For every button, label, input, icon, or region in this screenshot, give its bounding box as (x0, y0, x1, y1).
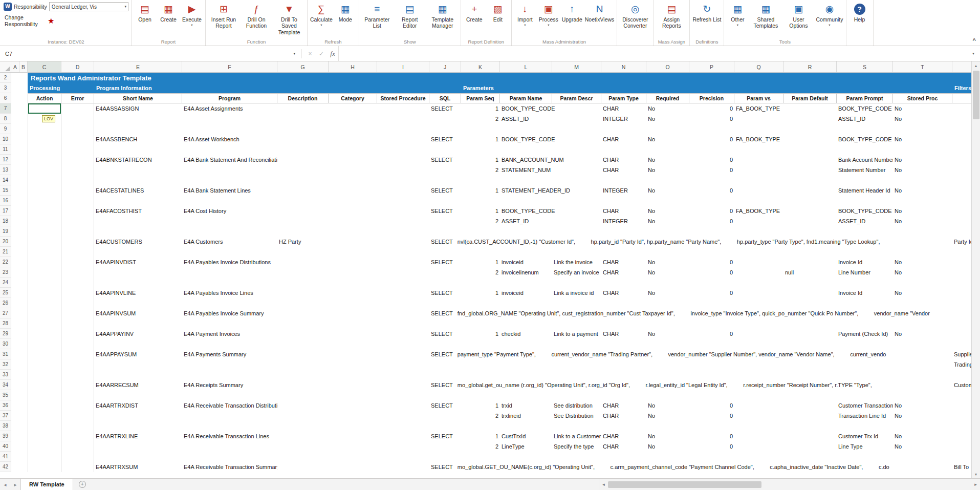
cell-H31[interactable] (329, 349, 377, 359)
cell-F21[interactable] (182, 247, 277, 257)
cell-E9[interactable] (94, 124, 182, 134)
cell-N23[interactable]: CHAR (601, 267, 646, 278)
row-header-32[interactable]: 32 (0, 359, 11, 370)
cell-J9[interactable] (429, 124, 461, 134)
cell-O11[interactable] (646, 144, 689, 155)
cell-E22[interactable]: E4AAPINVDIST (94, 257, 182, 267)
cell-S26[interactable] (837, 298, 893, 308)
cell-P14[interactable] (689, 175, 734, 185)
cell-T11[interactable] (893, 144, 952, 155)
cell-E21[interactable] (94, 247, 182, 257)
cell-K12[interactable]: 1 (461, 155, 500, 165)
cell-K22[interactable]: 1 (461, 257, 500, 267)
cell-H13[interactable] (329, 165, 377, 175)
help-button[interactable]: ?Help (848, 1, 872, 38)
cell-K28[interactable] (461, 318, 500, 329)
cell-R29[interactable] (783, 329, 837, 339)
cell-L36[interactable]: trxid (500, 400, 552, 411)
cell-R41[interactable] (783, 452, 837, 462)
cell-R22[interactable] (783, 257, 837, 267)
cell-E23[interactable] (94, 267, 182, 278)
cell-P11[interactable] (689, 144, 734, 155)
column-header-H[interactable]: H (329, 61, 377, 72)
cell-D28[interactable] (61, 318, 94, 329)
cell-D23[interactable] (61, 267, 94, 278)
cell-E31[interactable]: E4AAPPAYSUM (94, 349, 182, 359)
column-header-T[interactable]: T (893, 61, 952, 72)
report-editor-button[interactable]: ▤Report Editor (394, 1, 426, 38)
cell-H7[interactable] (329, 103, 377, 114)
cell-C13[interactable] (28, 165, 61, 175)
cell-G41[interactable] (277, 452, 329, 462)
import-button[interactable]: ↓Import▾ (513, 1, 537, 38)
cell-I12[interactable] (377, 155, 429, 165)
cell-G24[interactable] (277, 278, 329, 288)
cell-U14[interactable] (952, 175, 971, 185)
cell-G15[interactable] (277, 185, 329, 196)
cell-T12[interactable]: No (893, 155, 952, 165)
cell-G29[interactable] (277, 329, 329, 339)
cell-K23[interactable]: 2 (461, 267, 500, 278)
cell-P30[interactable] (689, 339, 734, 349)
cell-R17[interactable] (783, 206, 837, 216)
cell-C25[interactable] (28, 288, 61, 298)
cell-N32[interactable] (601, 359, 646, 370)
cell-L21[interactable] (500, 247, 552, 257)
cell-J31-sql[interactable]: SELECT payment_type "Payment Type", curr… (429, 349, 952, 359)
cell-I10[interactable] (377, 134, 429, 144)
execute-report-button[interactable]: ▶Execute▾ (180, 1, 204, 38)
cell-H15[interactable] (329, 185, 377, 196)
cell-N38[interactable] (601, 421, 646, 431)
discoverer-converter-button[interactable]: ◎Discoverer Converter (619, 1, 651, 38)
cell-J34-sql[interactable]: SELECT mo_global.get_ou_name (r.org_id) … (429, 380, 952, 390)
cell-T25[interactable]: No (893, 288, 952, 298)
column-title-param-vs[interactable]: Param vs (734, 93, 783, 103)
cell-J29[interactable]: SELECT (429, 329, 461, 339)
cell-H8[interactable] (329, 114, 377, 124)
cell-S35[interactable] (837, 390, 893, 400)
cell-Q22[interactable] (734, 257, 783, 267)
cell-P17[interactable]: 0 (689, 206, 734, 216)
cell-D26[interactable] (61, 298, 94, 308)
cell-U25[interactable] (952, 288, 971, 298)
cell-S39[interactable]: Customer Trx Id (837, 431, 893, 441)
column-title-description[interactable]: Description (277, 93, 329, 103)
cell-H10[interactable] (329, 134, 377, 144)
cell-F7[interactable]: E4A Asset Assignments (182, 103, 277, 114)
cell-D25[interactable] (61, 288, 94, 298)
cell-G28[interactable] (277, 318, 329, 329)
column-title-short-name[interactable]: Short Name (94, 93, 182, 103)
cell-D36[interactable] (61, 400, 94, 411)
cell-K13[interactable]: 2 (461, 165, 500, 175)
lov-badge[interactable]: LOV (42, 115, 55, 122)
cell-M25[interactable]: Link a invoice id (552, 288, 601, 298)
cell-D20[interactable] (61, 237, 94, 247)
cell-M9[interactable] (552, 124, 601, 134)
cell-F12[interactable]: E4A Bank Statement And Reconciliation (182, 155, 277, 165)
cell-E28[interactable] (94, 318, 182, 329)
cell-J20-sql[interactable]: SELECT nvl(ca.CUST_ACCOUNT_ID,-1) "Custo… (429, 237, 952, 247)
cell-T22[interactable]: No (893, 257, 952, 267)
cell-G7[interactable] (277, 103, 329, 114)
cell-F32[interactable] (182, 359, 277, 370)
cell-P19[interactable] (689, 226, 734, 237)
cell-N25[interactable]: CHAR (601, 288, 646, 298)
cell-T33[interactable] (893, 370, 952, 380)
cell-Q13[interactable] (734, 165, 783, 175)
cell-N17[interactable]: CHAR (601, 206, 646, 216)
column-title-required[interactable]: Required (646, 93, 689, 103)
cell-T24[interactable] (893, 278, 952, 288)
cell-M26[interactable] (552, 298, 601, 308)
cell-Q18[interactable] (734, 216, 783, 226)
cell-M32[interactable] (552, 359, 601, 370)
cell-J24[interactable] (429, 278, 461, 288)
cell-R33[interactable] (783, 370, 837, 380)
cell-K17[interactable]: 1 (461, 206, 500, 216)
cell-D9[interactable] (61, 124, 94, 134)
cell-F23[interactable] (182, 267, 277, 278)
cell-L19[interactable] (500, 226, 552, 237)
cell-F30[interactable] (182, 339, 277, 349)
row-header-16[interactable]: 16 (0, 196, 11, 206)
cell-C20[interactable] (28, 237, 61, 247)
cell-R37[interactable] (783, 411, 837, 421)
